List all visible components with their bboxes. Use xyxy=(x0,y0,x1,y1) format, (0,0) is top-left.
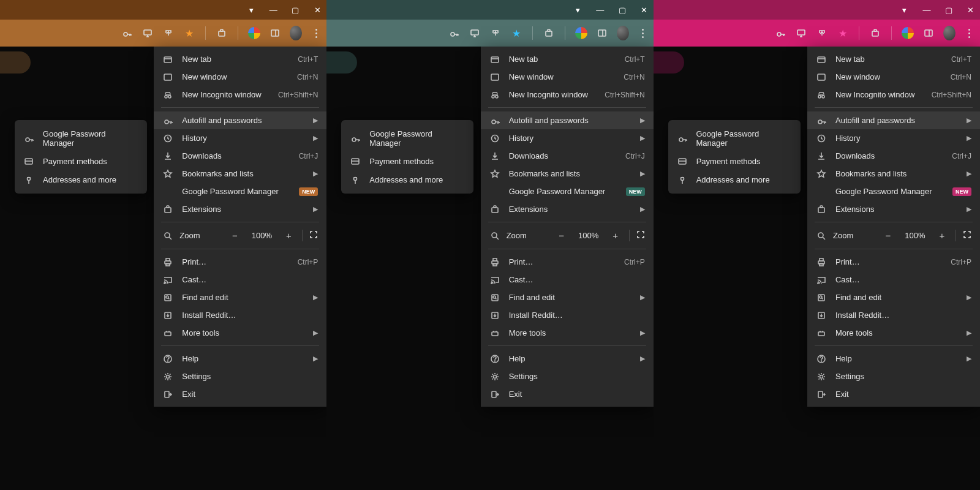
menu-item-0[interactable]: New tab Ctrl+T xyxy=(481,50,654,68)
menu-item-5[interactable]: History ▶ xyxy=(481,129,654,147)
menu-button[interactable] xyxy=(638,27,649,39)
menu-item-4[interactable]: Autofill and passwords ▶ xyxy=(154,111,326,129)
share-icon[interactable] xyxy=(489,27,502,39)
window-maximize-icon[interactable]: ▢ xyxy=(291,6,300,14)
screen-icon[interactable] xyxy=(795,27,807,39)
menu-item-16[interactable]: Install Reddit… xyxy=(481,306,654,324)
zoom-in-button[interactable]: + xyxy=(608,230,623,241)
menu-item-0[interactable]: New tab Ctrl+T xyxy=(154,50,326,68)
bookmark-star-icon[interactable]: ★ xyxy=(510,27,522,39)
menu-item-13[interactable]: Print… Ctrl+P xyxy=(154,253,326,271)
google-icon[interactable] xyxy=(248,27,260,39)
submenu-item-0[interactable]: Google Password Manager xyxy=(341,125,473,152)
menu-button[interactable] xyxy=(964,27,975,39)
menu-item-13[interactable]: Print… Ctrl+P xyxy=(807,253,980,271)
menu-item-19[interactable]: Help ▶ xyxy=(481,350,654,368)
menu-item-9[interactable]: Extensions ▶ xyxy=(807,200,980,218)
menu-item-5[interactable]: History ▶ xyxy=(154,129,326,147)
menu-item-14[interactable]: Cast… xyxy=(481,271,654,288)
menu-item-1[interactable]: New window Ctrl+N xyxy=(807,68,980,86)
zoom-in-button[interactable]: + xyxy=(281,230,296,241)
menu-item-7[interactable]: Bookmarks and lists ▶ xyxy=(481,165,654,183)
submenu-item-0[interactable]: Google Password Manager xyxy=(668,125,801,152)
menu-button[interactable] xyxy=(311,27,322,39)
ext-icon[interactable] xyxy=(216,27,228,39)
menu-item-6[interactable]: Downloads Ctrl+J xyxy=(481,147,654,165)
submenu-item-2[interactable]: Addresses and more xyxy=(15,170,147,189)
fullscreen-button[interactable] xyxy=(629,230,645,241)
google-icon[interactable] xyxy=(575,27,587,39)
menu-item-6[interactable]: Downloads Ctrl+J xyxy=(807,147,980,165)
avatar-icon[interactable] xyxy=(617,27,629,39)
menu-item-1[interactable]: New window Ctrl+N xyxy=(481,68,654,86)
menu-item-13[interactable]: Print… Ctrl+P xyxy=(481,253,654,271)
window-close-icon[interactable]: ✕ xyxy=(640,6,649,14)
bookmark-star-icon[interactable]: ★ xyxy=(837,27,849,39)
window-close-icon[interactable]: ✕ xyxy=(313,6,322,14)
share-icon[interactable] xyxy=(162,27,175,39)
menu-item-14[interactable]: Cast… xyxy=(807,271,980,288)
window-minimize-icon[interactable]: — xyxy=(269,6,277,14)
menu-item-15[interactable]: Find and edit ▶ xyxy=(154,288,326,306)
ext-icon[interactable] xyxy=(869,27,881,39)
menu-item-17[interactable]: More tools ▶ xyxy=(154,324,326,342)
menu-item-7[interactable]: Bookmarks and lists ▶ xyxy=(807,165,980,183)
menu-item-2[interactable]: New Incognito window Ctrl+Shift+N xyxy=(481,86,654,104)
screen-icon[interactable] xyxy=(469,27,481,39)
menu-item-16[interactable]: Install Reddit… xyxy=(154,306,326,324)
menu-item-17[interactable]: More tools ▶ xyxy=(481,324,654,342)
panel-icon[interactable] xyxy=(922,27,935,39)
key-icon[interactable] xyxy=(448,27,460,39)
menu-item-4[interactable]: Autofill and passwords ▶ xyxy=(481,111,654,129)
zoom-out-button[interactable]: − xyxy=(227,230,242,241)
google-icon[interactable] xyxy=(902,27,914,39)
window-minimize-icon[interactable]: — xyxy=(596,6,605,14)
menu-item-15[interactable]: Find and edit ▶ xyxy=(807,288,980,306)
ext-icon[interactable] xyxy=(543,27,555,39)
panel-icon[interactable] xyxy=(269,27,281,39)
menu-item-21[interactable]: Exit xyxy=(481,385,654,403)
zoom-out-button[interactable]: − xyxy=(554,230,569,241)
menu-item-15[interactable]: Find and edit ▶ xyxy=(481,288,654,306)
submenu-item-1[interactable]: Payment methods xyxy=(341,152,473,170)
menu-item-20[interactable]: Settings xyxy=(807,368,980,385)
window-maximize-icon[interactable]: ▢ xyxy=(618,6,627,14)
bookmark-star-icon[interactable]: ★ xyxy=(183,27,195,39)
menu-item-6[interactable]: Downloads Ctrl+J xyxy=(154,147,326,165)
window-minimize-icon[interactable]: — xyxy=(922,6,931,14)
key-icon[interactable] xyxy=(121,27,133,39)
avatar-icon[interactable] xyxy=(290,27,302,39)
submenu-item-2[interactable]: Addresses and more xyxy=(668,170,801,189)
menu-item-21[interactable]: Exit xyxy=(807,385,980,403)
menu-item-20[interactable]: Settings xyxy=(154,368,326,385)
menu-item-0[interactable]: New tab Ctrl+T xyxy=(807,50,980,68)
menu-item-14[interactable]: Cast… xyxy=(154,271,326,288)
menu-item-19[interactable]: Help ▶ xyxy=(154,350,326,368)
submenu-item-0[interactable]: Google Password Manager xyxy=(15,125,147,152)
menu-item-1[interactable]: New window Ctrl+N xyxy=(154,68,326,86)
menu-item-5[interactable]: History ▶ xyxy=(807,129,980,147)
window-dropdown-icon[interactable]: ▾ xyxy=(574,6,582,14)
menu-item-8[interactable]: Google Password Manager NEW xyxy=(807,183,980,200)
menu-item-4[interactable]: Autofill and passwords ▶ xyxy=(807,111,980,129)
menu-item-2[interactable]: New Incognito window Ctrl+Shift+N xyxy=(807,86,980,104)
menu-item-7[interactable]: Bookmarks and lists ▶ xyxy=(154,165,326,183)
panel-icon[interactable] xyxy=(596,27,608,39)
menu-item-17[interactable]: More tools ▶ xyxy=(807,324,980,342)
menu-item-9[interactable]: Extensions ▶ xyxy=(481,200,654,218)
submenu-item-2[interactable]: Addresses and more xyxy=(341,170,473,189)
screen-icon[interactable] xyxy=(141,27,154,39)
key-icon[interactable] xyxy=(774,27,786,39)
menu-item-21[interactable]: Exit xyxy=(154,385,326,403)
zoom-out-button[interactable]: − xyxy=(881,230,895,241)
menu-item-20[interactable]: Settings xyxy=(481,368,654,385)
menu-item-9[interactable]: Extensions ▶ xyxy=(154,200,326,218)
submenu-item-1[interactable]: Payment methods xyxy=(15,152,147,170)
zoom-in-button[interactable]: + xyxy=(935,230,949,241)
window-dropdown-icon[interactable]: ▾ xyxy=(247,6,255,14)
window-maximize-icon[interactable]: ▢ xyxy=(944,6,953,14)
fullscreen-button[interactable] xyxy=(302,230,318,241)
menu-item-8[interactable]: Google Password Manager NEW xyxy=(481,183,654,200)
window-close-icon[interactable]: ✕ xyxy=(967,6,975,14)
window-dropdown-icon[interactable]: ▾ xyxy=(900,6,909,14)
